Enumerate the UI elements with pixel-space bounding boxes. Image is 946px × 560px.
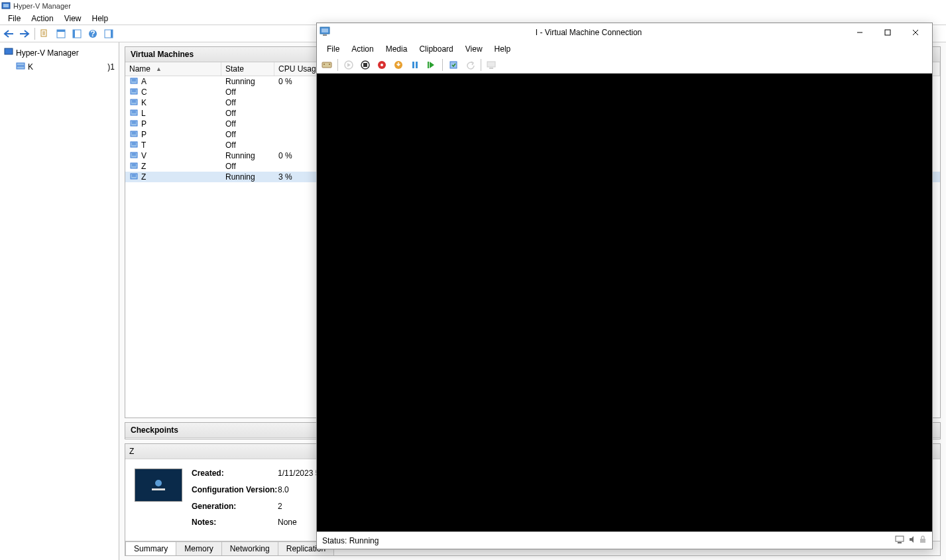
svg-rect-56 bbox=[363, 63, 367, 67]
help-button[interactable]: ? bbox=[86, 27, 100, 41]
vm-state: Off bbox=[221, 97, 274, 108]
menu-view[interactable]: View bbox=[59, 13, 87, 25]
vmc-menu-view[interactable]: View bbox=[459, 43, 489, 55]
vmc-title: I - Virtual Machine Connection bbox=[331, 28, 846, 37]
vm-icon bbox=[129, 130, 139, 139]
hyperv-icon bbox=[4, 47, 13, 58]
pause-button[interactable] bbox=[408, 58, 422, 72]
vm-state: Off bbox=[221, 108, 274, 119]
speaker-icon[interactable] bbox=[908, 535, 916, 546]
svg-text:?: ? bbox=[90, 29, 95, 38]
vm-state: Running bbox=[221, 150, 274, 161]
tree-root-label: Hyper-V Manager bbox=[16, 48, 79, 58]
display-config-icon[interactable] bbox=[895, 535, 906, 546]
label-config: Configuration Version: bbox=[192, 485, 278, 499]
sort-asc-icon: ▲ bbox=[156, 66, 162, 72]
vm-thumbnail bbox=[135, 469, 182, 502]
vm-icon bbox=[129, 77, 139, 86]
vmc-titlebar[interactable]: I - Virtual Machine Connection bbox=[317, 23, 932, 42]
vm-state: Off bbox=[221, 119, 274, 129]
svg-rect-48 bbox=[323, 34, 327, 36]
view-button-1[interactable] bbox=[54, 27, 68, 41]
turnoff-button[interactable] bbox=[358, 58, 373, 72]
vmc-menu-action[interactable]: Action bbox=[345, 43, 379, 55]
vmc-menu-clipboard[interactable]: Clipboard bbox=[413, 43, 459, 55]
view-button-2[interactable] bbox=[70, 27, 84, 41]
menu-file[interactable]: File bbox=[3, 13, 26, 25]
svg-rect-60 bbox=[412, 62, 414, 68]
tab-summary[interactable]: Summary bbox=[125, 541, 176, 555]
vm-icon bbox=[129, 119, 139, 129]
ctrl-alt-del-button[interactable] bbox=[320, 58, 334, 72]
vm-state: Running bbox=[221, 76, 274, 87]
svg-rect-4 bbox=[57, 30, 65, 32]
svg-rect-13 bbox=[17, 66, 25, 69]
vm-state: Off bbox=[221, 129, 274, 140]
column-state[interactable]: State bbox=[221, 62, 274, 76]
vm-icon bbox=[129, 151, 139, 160]
svg-rect-67 bbox=[898, 542, 902, 543]
nav-back-button[interactable] bbox=[1, 27, 16, 41]
vm-connection-window: I - Virtual Machine Connection File Acti… bbox=[316, 23, 933, 549]
tree-child-node[interactable]: K )1 bbox=[15, 60, 116, 73]
vm-name: A bbox=[141, 77, 147, 86]
vm-state: Running bbox=[221, 172, 274, 182]
status-icons bbox=[895, 535, 927, 546]
svg-rect-1 bbox=[3, 4, 9, 7]
checkpoint-button[interactable] bbox=[446, 58, 461, 72]
label-notes: Notes: bbox=[192, 518, 278, 532]
maximize-button[interactable] bbox=[874, 25, 902, 40]
svg-rect-64 bbox=[487, 62, 495, 67]
menu-action[interactable]: Action bbox=[26, 13, 58, 25]
vm-state: Off bbox=[221, 161, 274, 172]
svg-point-44 bbox=[155, 480, 162, 486]
vm-icon bbox=[129, 162, 139, 171]
server-icon bbox=[16, 61, 25, 72]
vmc-menu-file[interactable]: File bbox=[321, 43, 345, 55]
properties-button[interactable] bbox=[38, 27, 52, 41]
vm-icon bbox=[129, 140, 139, 150]
reset-button[interactable] bbox=[424, 58, 439, 72]
start-button[interactable] bbox=[341, 58, 356, 72]
menu-help[interactable]: Help bbox=[87, 13, 114, 25]
svg-rect-61 bbox=[416, 62, 418, 68]
vm-display-area[interactable] bbox=[317, 74, 932, 532]
shutdown-button[interactable] bbox=[375, 58, 389, 72]
svg-rect-65 bbox=[489, 68, 493, 69]
vm-name: Z bbox=[141, 162, 146, 171]
svg-rect-47 bbox=[322, 28, 328, 32]
svg-rect-62 bbox=[428, 62, 429, 68]
tab-networking[interactable]: Networking bbox=[221, 541, 278, 555]
vm-name: V bbox=[141, 151, 147, 160]
nav-forward-button[interactable] bbox=[17, 27, 32, 41]
svg-point-58 bbox=[381, 64, 383, 66]
toolbar-separator bbox=[442, 59, 443, 71]
vmc-menu-help[interactable]: Help bbox=[489, 43, 517, 55]
tree-root-node[interactable]: Hyper-V Manager bbox=[3, 46, 116, 59]
revert-button[interactable] bbox=[463, 58, 477, 72]
tab-memory[interactable]: Memory bbox=[176, 541, 221, 555]
column-name[interactable]: Name▲ bbox=[125, 62, 221, 76]
vm-state: Off bbox=[221, 140, 274, 150]
svg-rect-12 bbox=[17, 63, 25, 66]
vm-name: P bbox=[141, 119, 147, 129]
svg-rect-11 bbox=[5, 48, 13, 54]
toolbar-separator bbox=[337, 59, 338, 71]
svg-rect-53 bbox=[329, 64, 330, 65]
window-controls bbox=[846, 25, 929, 40]
svg-rect-50 bbox=[885, 30, 890, 35]
vmc-status-text: Status: Running bbox=[322, 536, 379, 545]
vmc-menubar: File Action Media Clipboard View Help bbox=[317, 42, 932, 56]
vmc-menu-media[interactable]: Media bbox=[380, 43, 414, 55]
enhanced-session-button[interactable] bbox=[485, 58, 499, 72]
save-button[interactable] bbox=[391, 58, 406, 72]
vm-icon bbox=[129, 87, 139, 97]
tree-child-suffix: )1 bbox=[107, 62, 115, 72]
close-button[interactable] bbox=[902, 25, 929, 40]
view-button-3[interactable] bbox=[101, 27, 116, 41]
minimize-button[interactable] bbox=[846, 25, 874, 40]
vm-name: C bbox=[141, 87, 147, 97]
vm-name: Z bbox=[141, 172, 146, 182]
tree-child-label: K bbox=[28, 62, 33, 72]
hyperv-icon bbox=[1, 1, 11, 11]
